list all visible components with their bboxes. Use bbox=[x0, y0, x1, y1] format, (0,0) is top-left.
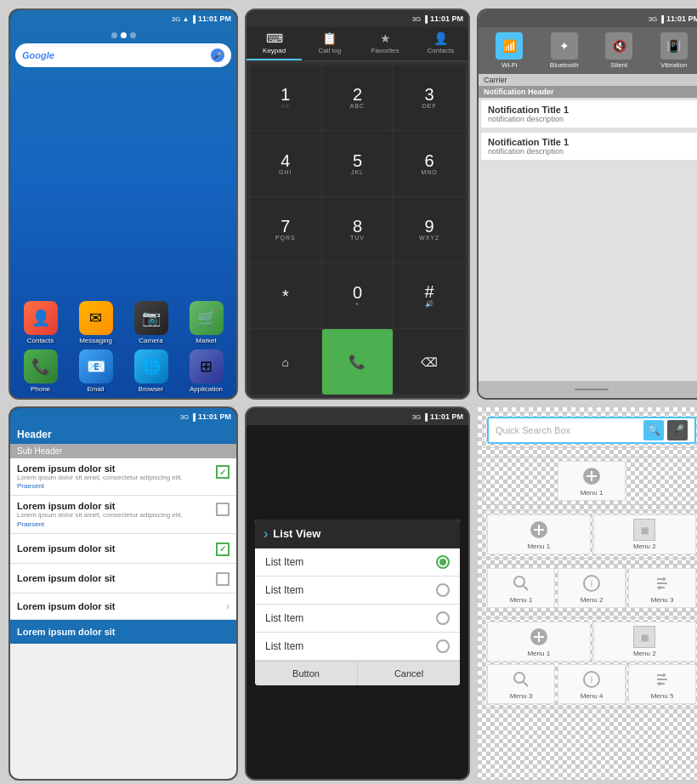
notification-card-1[interactable]: Notification Title 1 notification descri… bbox=[481, 100, 697, 128]
toggle-silent[interactable]: 🔇 Silent bbox=[593, 32, 645, 69]
contacts-tab-icon: 👤 bbox=[434, 31, 448, 45]
radio-1[interactable] bbox=[436, 555, 450, 569]
tab-calllog[interactable]: 📋 Call log bbox=[302, 27, 357, 60]
browser-app[interactable]: 🌐 Browser bbox=[126, 349, 176, 393]
menu-triple-1[interactable]: Menu 1 bbox=[487, 568, 555, 608]
voice-search-icon[interactable]: 🎤 bbox=[211, 48, 224, 62]
key-hash-num: # bbox=[425, 283, 434, 300]
single-menu-section: Menu 1 bbox=[483, 457, 697, 505]
menu-double-2[interactable]: ▦ Menu 2 bbox=[593, 514, 697, 554]
key-2[interactable]: 2 ABC bbox=[322, 65, 394, 130]
notification-card-2[interactable]: Notification Title 1 notification descri… bbox=[481, 133, 697, 160]
favorites-label: Favorites bbox=[371, 47, 400, 54]
list-item-4-text: Lorem ipsum dolor sit bbox=[17, 573, 211, 583]
email-app[interactable]: 📧 Email bbox=[71, 349, 121, 393]
camera-app[interactable]: 📷 Camera bbox=[126, 301, 176, 344]
list-item-5[interactable]: Lorem ipsum dolor sit › bbox=[10, 594, 236, 620]
key-6[interactable]: 6 MNO bbox=[394, 131, 465, 196]
list-item-1[interactable]: Lorem ipsum dolor sit Lorem ipsum dolor … bbox=[10, 458, 236, 496]
list-view-item-1[interactable]: List Item bbox=[255, 548, 460, 577]
battery-icon-3: ▐ bbox=[659, 15, 664, 23]
bottom-menu-5-label: Menu 5 bbox=[651, 692, 674, 700]
application-app[interactable]: ⊞ Application bbox=[181, 349, 231, 393]
notif-title-1: Notification Title 1 bbox=[488, 105, 695, 115]
list-view-item-1-text: List Item bbox=[265, 556, 429, 568]
delete-button[interactable]: ⌫ bbox=[394, 329, 465, 395]
list-item-3[interactable]: Lorem ipsum dolor sit bbox=[10, 534, 236, 564]
bottom-menu-3[interactable]: Menu 3 bbox=[487, 664, 555, 704]
radio-4[interactable] bbox=[436, 639, 450, 653]
bottom-menu-2[interactable]: ▦ Menu 2 bbox=[593, 622, 697, 662]
key-0[interactable]: 0 + bbox=[322, 263, 394, 328]
key-hash[interactable]: # 🔊 bbox=[394, 263, 465, 328]
tab-favorites[interactable]: ★ Favorites bbox=[358, 27, 413, 60]
contacts-app[interactable]: 👤 Contacts bbox=[15, 301, 65, 344]
list-view-title: List View bbox=[273, 527, 320, 540]
tab-keypad[interactable]: ⌨ Keypad bbox=[246, 27, 302, 60]
bottom-menu-4[interactable]: i Menu 4 bbox=[558, 664, 626, 704]
toggle-wifi[interactable]: 📶 Wi-Fi bbox=[484, 32, 536, 69]
apps-grid: 👤 Contacts ✉ Messaging 📷 Camera 🛒 Market… bbox=[15, 234, 231, 394]
key-5[interactable]: 5 JKL bbox=[322, 131, 394, 196]
list-item-2[interactable]: Lorem ipsum dolor sit Lorem ipsum dolor … bbox=[10, 496, 236, 533]
time-display-1: 11:01 PM bbox=[198, 14, 231, 23]
battery-icon-5: ▐ bbox=[422, 413, 428, 421]
key-1[interactable]: 1 ○○ bbox=[250, 65, 321, 130]
market-app[interactable]: 🛒 Market bbox=[181, 301, 231, 344]
call-button[interactable]: 📞 bbox=[322, 329, 394, 395]
double-menu-grid: Menu 1 ▦ Menu 2 bbox=[487, 514, 696, 554]
list-item-2-link[interactable]: Praesent bbox=[17, 520, 211, 528]
list-view-item-2[interactable]: List Item bbox=[255, 577, 460, 605]
key-voicemail[interactable]: ⌂ bbox=[250, 329, 321, 395]
email-icon: 📧 bbox=[79, 349, 113, 383]
bottom-menu-container: Menu 1 ▦ Menu 2 Menu 3 bbox=[487, 622, 696, 704]
google-search-bar[interactable]: Google 🎤 bbox=[15, 43, 231, 67]
button-btn[interactable]: Button bbox=[255, 662, 357, 685]
quick-search-box[interactable]: Quick Search Box 🔍 🎤 bbox=[487, 417, 696, 444]
key-star[interactable]: * bbox=[250, 263, 321, 328]
keypad-label: Keypad bbox=[263, 47, 286, 54]
mic-button[interactable]: 🎤 bbox=[667, 420, 688, 440]
call-icon: 📞 bbox=[348, 355, 366, 369]
list-view-item-3-text: List Item bbox=[265, 612, 429, 624]
search-button[interactable]: 🔍 bbox=[643, 420, 664, 440]
menu-triple-2-label: Menu 2 bbox=[581, 596, 604, 604]
list-view-item-3[interactable]: List Item bbox=[255, 605, 460, 633]
list-item-1-link[interactable]: Praesent bbox=[17, 482, 211, 490]
notif-desc-2: notification description bbox=[488, 147, 695, 156]
toggle-vibration[interactable]: 📳 Vibration bbox=[649, 32, 698, 69]
key-4[interactable]: 4 GHI bbox=[250, 131, 321, 196]
list-item-6[interactable]: Lorem ipsum dolor sit bbox=[10, 620, 236, 644]
phone-app[interactable]: 📞 Phone bbox=[15, 349, 65, 393]
menu-single[interactable]: Menu 1 bbox=[558, 461, 626, 501]
bottom-menu-1[interactable]: Menu 1 bbox=[487, 622, 591, 662]
ui-components-panel: Quick Search Box 🔍 🎤 Menu 1 bbox=[477, 406, 697, 781]
key-8[interactable]: 8 TUV bbox=[322, 197, 394, 263]
key-7[interactable]: 7 PQRS bbox=[250, 197, 321, 263]
bluetooth-toggle-label: Bluetooth bbox=[550, 61, 579, 69]
toggle-bluetooth[interactable]: ✦ Bluetooth bbox=[539, 32, 591, 69]
checkbox-4[interactable] bbox=[216, 572, 230, 586]
radio-3[interactable] bbox=[436, 611, 450, 625]
tab-contacts[interactable]: 👤 Contacts bbox=[413, 27, 468, 60]
cancel-btn[interactable]: Cancel bbox=[357, 662, 460, 685]
status-icons-5: 3G ▐ bbox=[412, 413, 428, 421]
bottom-menu-5[interactable]: Menu 5 bbox=[628, 664, 696, 704]
checkbox-2[interactable] bbox=[216, 503, 230, 516]
menu-triple-3[interactable]: Menu 3 bbox=[628, 568, 696, 608]
menu-triple-3-tools-icon bbox=[651, 572, 673, 594]
list-item-4[interactable]: Lorem ipsum dolor sit bbox=[10, 564, 236, 594]
checkbox-3[interactable] bbox=[216, 543, 230, 556]
radio-2[interactable] bbox=[436, 583, 450, 597]
market-label: Market bbox=[196, 337, 216, 344]
email-label: Email bbox=[87, 385, 104, 393]
key-4-letters: GHI bbox=[279, 169, 292, 175]
list-view-item-4[interactable]: List Item bbox=[255, 633, 460, 661]
messaging-app[interactable]: ✉ Messaging bbox=[71, 301, 121, 344]
key-3[interactable]: 3 DEF bbox=[394, 65, 465, 130]
menu-double-1[interactable]: Menu 1 bbox=[487, 514, 591, 554]
menu-triple-2[interactable]: i Menu 2 bbox=[558, 568, 626, 608]
contacts-icon: 👤 bbox=[24, 301, 58, 335]
checkbox-1[interactable] bbox=[216, 465, 230, 479]
key-9[interactable]: 9 WXYZ bbox=[394, 197, 465, 263]
